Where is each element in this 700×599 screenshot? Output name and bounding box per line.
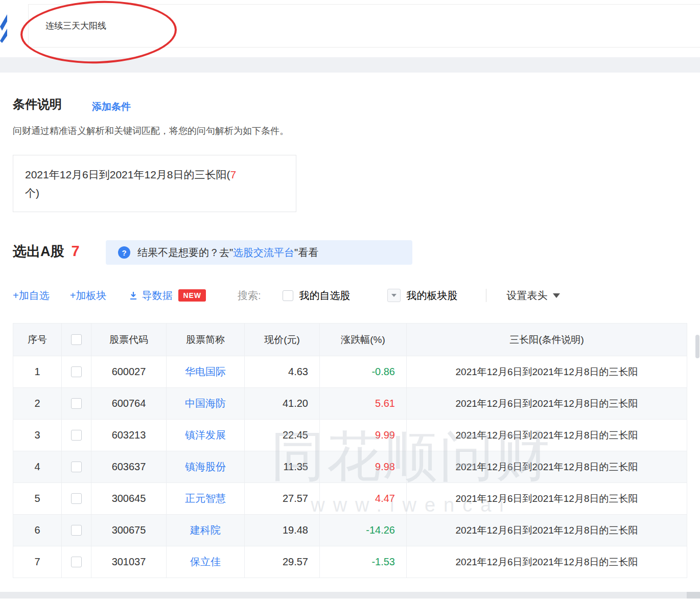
checkbox-cell [62,546,91,578]
checkbox-cell [62,420,91,451]
iwencai-screener-page: 条件说明 添加条件 问财通过精准语义解析和关键词匹配，将您的问句解析为如下条件。… [0,0,700,599]
stock-name-cell: 正元智慧 [167,483,245,515]
stock-change: 4.47 [320,483,407,515]
my-sector-filter[interactable]: 我的板块股 [387,289,458,303]
stock-code: 600764 [91,388,167,420]
tip-forum-link[interactable]: 选股交流平台 [233,246,294,260]
result-header: 选出A股 7 [13,242,80,261]
row-checkbox[interactable] [71,398,82,409]
row-index: 5 [13,483,62,515]
stock-change: -0.86 [320,356,407,388]
row-checkbox[interactable] [71,462,82,472]
bottom-scrollbar-track[interactable] [0,592,700,598]
header-index: 序号 [13,324,62,356]
checkbox-cell [62,451,91,483]
search-label: 搜索: [238,289,261,303]
header-name: 股票简称 [167,324,245,356]
header-price: 现价(元) [245,324,320,356]
stock-change: -1.53 [320,546,407,578]
select-all-checkbox[interactable] [71,334,82,345]
stock-price: 27.57 [245,483,320,515]
add-watchlist-link[interactable]: +加自选 [13,289,50,303]
row-checkbox[interactable] [71,557,82,567]
stock-price: 11.35 [245,451,320,483]
stock-name-link[interactable]: 华电国际 [185,365,226,379]
my-sector-dropdown[interactable] [387,289,401,302]
help-icon: ? [118,246,130,259]
tip-text-suffix: "看看 [294,246,318,260]
stock-code: 300645 [91,483,167,515]
add-condition-link[interactable]: 添加条件 [92,100,131,113]
condition-section-title: 条件说明 [13,96,62,112]
set-header-button[interactable]: 设置表头 [507,289,560,303]
scrollbar-corner [687,592,700,598]
row-checkbox[interactable] [71,430,82,441]
condition-cell: 2021年12月6日到2021年12月8日的三长阳 [407,546,687,578]
header-condition: 三长阳(条件说明) [407,324,687,356]
stock-name-link[interactable]: 镇海股份 [185,460,226,474]
stock-code: 603637 [91,451,167,483]
stock-name-cell: 华电国际 [167,356,245,388]
search-input[interactable] [29,5,700,47]
stock-price: 22.45 [245,420,320,451]
condition-text-line2: 个) [25,184,296,202]
my-watchlist-label: 我的自选股 [299,289,351,303]
my-watchlist-checkbox[interactable] [283,290,293,301]
row-index: 6 [13,515,62,546]
my-watchlist-filter[interactable]: 我的自选股 [283,289,351,303]
set-header-label: 设置表头 [507,289,548,303]
stock-name-cell: 建科院 [167,515,245,546]
header-checkbox-cell [62,324,91,356]
app-logo-partial-icon [0,13,7,45]
row-index: 7 [13,546,62,578]
condition-box: 2021年12月6日到2021年12月8日的三长阳(7 个) [13,155,296,212]
stock-change: 9.98 [320,451,407,483]
stock-name-link[interactable]: 保立佳 [190,555,221,569]
checkbox-cell [62,388,91,420]
table-toolbar: +加自选 +加板块 导数据 NEW 搜索: 我的自选股 我的板块股 设置表头 [13,284,687,307]
table-row: 7 301037 保立佳 29.57 -1.53 2021年12月6日到2021… [13,546,687,578]
row-checkbox[interactable] [71,366,82,377]
stock-table: 序号 股票代码 股票简称 现价(元) 涨跌幅(%) 三长阳(条件说明) 1 60… [13,323,687,578]
stock-name-cell: 保立佳 [167,546,245,578]
condition-description: 问财通过精准语义解析和关键词匹配，将您的问句解析为如下条件。 [13,125,289,137]
table-row: 4 603637 镇海股份 11.35 9.98 2021年12月6日到2021… [13,451,687,483]
table-row: 2 600764 中国海防 41.20 5.61 2021年12月6日到2021… [13,388,687,420]
new-badge: NEW [178,289,206,302]
row-checkbox[interactable] [71,525,82,536]
condition-count: 7 [230,169,237,180]
export-data-link[interactable]: 导数据 [129,289,172,303]
stock-price: 41.20 [245,388,320,420]
result-count: 7 [72,243,80,260]
table-row: 1 600027 华电国际 4.63 -0.86 2021年12月6日到2021… [13,356,687,388]
condition-cell: 2021年12月6日到2021年12月8日的三长阳 [407,451,687,483]
stock-name-cell: 镇海股份 [167,451,245,483]
stock-name-link[interactable]: 中国海防 [185,397,226,410]
checkbox-cell [62,356,91,388]
add-sector-link[interactable]: +加板块 [70,289,107,303]
header-change: 涨跌幅(%) [320,324,407,356]
checkbox-cell [62,483,91,515]
checkbox-cell [62,515,91,546]
tip-bar: ? 结果不是想要的？去"选股交流平台"看看 [106,240,412,265]
stock-price: 19.48 [245,515,320,546]
row-index: 1 [13,356,62,388]
my-sector-label: 我的板块股 [407,289,458,303]
download-icon [129,291,137,300]
chevron-down-icon [553,293,560,298]
row-index: 4 [13,451,62,483]
table-row: 3 603213 镇洋发展 22.45 9.99 2021年12月6日到2021… [13,420,687,451]
scrollbar-thumb[interactable] [695,335,699,358]
stock-name-link[interactable]: 正元智慧 [185,492,226,505]
row-index: 3 [13,420,62,451]
row-index: 2 [13,388,62,420]
condition-cell: 2021年12月6日到2021年12月8日的三长阳 [407,515,687,546]
stock-code: 603213 [91,420,167,451]
stock-code: 300675 [91,515,167,546]
row-checkbox[interactable] [71,493,82,504]
table-header-row: 序号 股票代码 股票简称 现价(元) 涨跌幅(%) 三长阳(条件说明) [13,324,687,356]
stock-change: 5.61 [320,388,407,420]
stock-code: 600027 [91,356,167,388]
stock-name-link[interactable]: 建科院 [190,523,221,537]
stock-name-link[interactable]: 镇洋发展 [185,428,226,442]
